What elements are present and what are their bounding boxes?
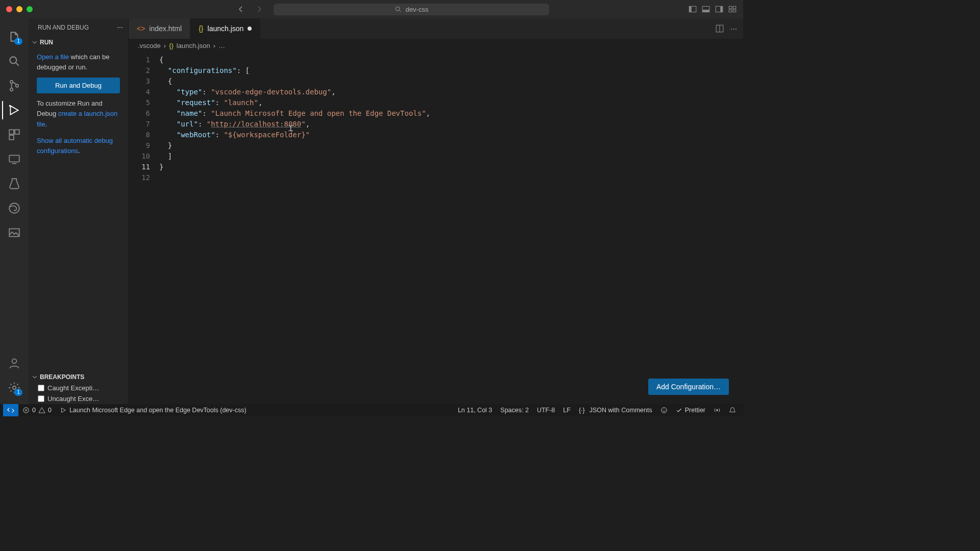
maximize-window[interactable]: [27, 6, 33, 12]
svg-rect-7: [729, 6, 732, 9]
activity-search[interactable]: [2, 49, 27, 73]
line-gutter: 123456789101112: [129, 53, 159, 404]
tab-launch-json[interactable]: {} launch.json: [190, 18, 260, 39]
breadcrumb-file[interactable]: launch.json: [177, 42, 210, 49]
project-name: dev-css: [406, 6, 429, 13]
svg-point-29: [665, 410, 665, 410]
status-bell-icon[interactable]: [725, 407, 740, 414]
svg-point-11: [10, 57, 16, 63]
close-window[interactable]: [6, 6, 12, 12]
chevron-right-icon: ›: [213, 42, 215, 49]
statusbar: 0 0 Launch Microsoft Edge and open the E…: [0, 404, 743, 416]
svg-rect-18: [9, 135, 14, 140]
activity-bar: 1 1: [0, 18, 29, 404]
sidebar-more-icon[interactable]: ⋯: [117, 24, 123, 31]
status-encoding[interactable]: UTF-8: [533, 407, 559, 414]
bp-checkbox[interactable]: [38, 395, 44, 402]
bp-checkbox[interactable]: [38, 385, 44, 391]
svg-rect-19: [9, 155, 19, 162]
svg-rect-4: [702, 10, 709, 12]
explorer-badge: 1: [14, 38, 22, 45]
run-and-debug-button[interactable]: Run and Debug: [37, 78, 120, 93]
breadcrumb[interactable]: .vscode › {} launch.json › …: [129, 39, 743, 53]
command-center[interactable]: dev-css: [274, 4, 549, 15]
remote-indicator[interactable]: [3, 404, 18, 416]
status-problems[interactable]: 0 0: [18, 407, 56, 414]
html-file-icon: <>: [137, 24, 145, 33]
json-file-icon: {}: [199, 24, 203, 33]
activity-source-control[interactable]: [2, 73, 27, 98]
nav-forward[interactable]: [255, 5, 263, 13]
activity-remote[interactable]: [2, 147, 27, 171]
svg-point-22: [12, 359, 17, 363]
svg-point-20: [9, 203, 19, 213]
status-feedback-icon[interactable]: [656, 407, 672, 414]
chevron-down-icon: [32, 39, 38, 45]
editor-tabs: <> index.html {} launch.json ⋯: [129, 18, 743, 39]
settings-badge: 1: [14, 389, 22, 396]
activity-image-preview[interactable]: [2, 220, 27, 245]
svg-point-30: [716, 409, 718, 411]
debug-icon: [60, 407, 67, 414]
check-icon: [676, 407, 682, 414]
status-eol[interactable]: LF: [559, 407, 575, 414]
tab-index-html[interactable]: <> index.html: [129, 18, 190, 39]
svg-point-13: [10, 88, 13, 91]
status-live-icon[interactable]: [709, 407, 725, 414]
activity-explorer[interactable]: 1: [2, 24, 27, 49]
activity-extensions[interactable]: [2, 122, 27, 147]
sidebar-title: RUN AND DEBUG: [38, 24, 89, 31]
breadcrumb-folder[interactable]: .vscode: [138, 42, 161, 49]
sidebar: RUN AND DEBUG ⋯ RUN Open a file which ca…: [29, 18, 129, 404]
svg-rect-9: [729, 10, 732, 12]
editor-area: <> index.html {} launch.json ⋯ .vscode ›…: [129, 18, 743, 404]
svg-rect-17: [15, 130, 19, 134]
show-auto-hint: Show all automatic debug configurations.: [37, 136, 120, 156]
svg-rect-10: [733, 10, 736, 12]
status-prettier[interactable]: Prettier: [672, 407, 709, 414]
activity-run-debug[interactable]: [2, 98, 27, 122]
minimize-window[interactable]: [16, 6, 22, 12]
error-icon: [22, 407, 30, 414]
svg-point-14: [16, 84, 18, 87]
activity-accounts[interactable]: [2, 351, 27, 375]
more-actions-icon[interactable]: ⋯: [730, 25, 737, 33]
status-language[interactable]: {·}JSON with Comments: [575, 407, 656, 414]
layout-sidebar-left-icon[interactable]: [688, 5, 697, 14]
window-controls: [6, 6, 33, 12]
status-indent[interactable]: Spaces: 2: [496, 407, 533, 414]
breadcrumb-symbol[interactable]: …: [218, 42, 225, 49]
layout-sidebar-right-icon[interactable]: [715, 5, 724, 14]
run-section-header[interactable]: RUN: [29, 37, 128, 48]
add-configuration-button[interactable]: Add Configuration…: [648, 379, 729, 395]
show-auto-configs-link[interactable]: Show all automatic debug configurations: [37, 137, 113, 155]
svg-rect-21: [9, 229, 19, 236]
layout-customize-icon[interactable]: [728, 5, 737, 14]
customize-hint: To customize Run and Debug create a laun…: [37, 98, 120, 129]
activity-settings[interactable]: 1: [2, 375, 27, 400]
svg-point-28: [663, 410, 663, 410]
svg-rect-8: [733, 6, 736, 9]
titlebar: dev-css: [0, 0, 743, 18]
activity-testing[interactable]: [2, 171, 27, 196]
svg-point-0: [396, 7, 400, 11]
breakpoint-uncaught-exceptions[interactable]: Uncaught Exce…: [29, 393, 128, 404]
svg-rect-16: [9, 130, 14, 134]
activity-edge[interactable]: [2, 196, 27, 220]
code-editor[interactable]: 123456789101112 { "configurations": [ { …: [129, 53, 743, 404]
status-ln-col[interactable]: Ln 11, Col 3: [454, 407, 496, 414]
nav-back[interactable]: [237, 5, 245, 13]
status-debug-target[interactable]: Launch Microsoft Edge and open the Edge …: [56, 407, 251, 414]
layout-panel-icon[interactable]: [701, 5, 710, 14]
breakpoint-caught-exceptions[interactable]: Caught Excepti…: [29, 383, 128, 393]
open-file-link[interactable]: Open a file: [37, 53, 69, 61]
svg-rect-2: [689, 6, 692, 12]
open-file-hint: Open a file which can be debugged or run…: [37, 52, 120, 72]
json-file-icon: {}: [169, 42, 174, 49]
code-content[interactable]: { "configurations": [ { "type": "vscode-…: [159, 53, 430, 404]
chevron-down-icon: [32, 374, 38, 380]
svg-rect-6: [720, 6, 723, 12]
split-editor-icon[interactable]: [715, 24, 724, 33]
breakpoints-section-header[interactable]: BREAKPOINTS: [29, 371, 128, 383]
svg-point-15: [9, 105, 11, 107]
